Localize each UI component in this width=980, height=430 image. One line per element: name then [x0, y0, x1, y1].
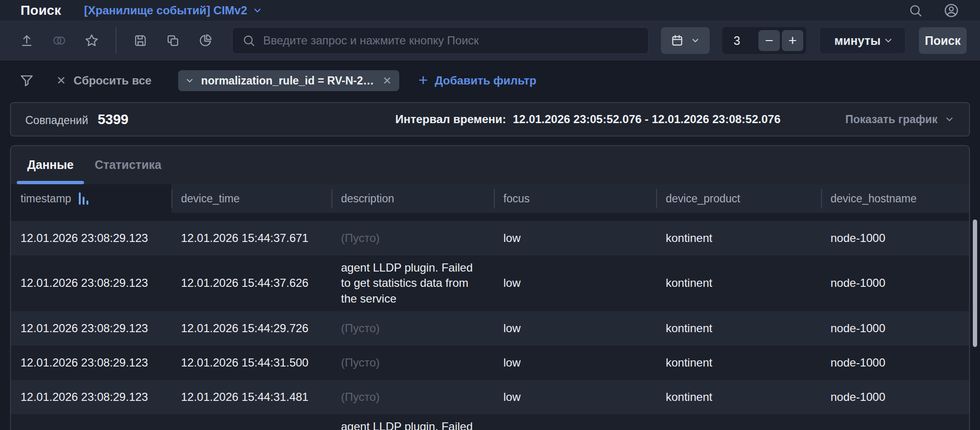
- cell-device-time: 12.01.2026 15:44:37.671: [171, 221, 331, 255]
- cell-timestamp: 12.01.2026 23:08:29.123: [11, 346, 171, 380]
- cell-device-hostname: node-1000: [821, 221, 969, 255]
- search-icon: [242, 34, 256, 47]
- column-label: device_product: [666, 192, 740, 205]
- cell-timestamp: 12.01.2026 23:08:29.123: [11, 221, 171, 255]
- chevron-down-icon: [185, 76, 194, 85]
- vertical-scrollbar-thumb[interactable]: [973, 220, 977, 347]
- cell-device-time: 12.01.2026 15:44:37.626: [171, 255, 331, 311]
- cell-device-hostname: node-1000: [821, 311, 969, 346]
- cell-device-hostname: node-1000: [821, 380, 969, 414]
- cell-device-product: kontinent: [656, 346, 821, 380]
- cell-device-product: kontinent: [656, 380, 821, 414]
- cell-timestamp: 12.01.2026 23:08:29.123: [11, 311, 171, 346]
- cell-description: (Пусто): [331, 346, 494, 380]
- chevron-down-icon: [691, 36, 700, 45]
- column-header-device-hostname[interactable]: device_hostname: [821, 184, 969, 213]
- column-header-focus[interactable]: focus: [494, 184, 656, 213]
- plus-icon: +: [418, 72, 428, 88]
- interval-amount-field[interactable]: 3 − +: [722, 27, 806, 54]
- chevron-down-icon: [883, 35, 894, 46]
- column-header-timestamp[interactable]: timestamp: [11, 184, 171, 213]
- table-row[interactable]: 12.01.2026 23:08:29.123 12.01.2026 15:44…: [11, 255, 969, 311]
- filter-funnel-icon[interactable]: [13, 73, 40, 89]
- show-chart-toggle[interactable]: Показать график: [845, 113, 955, 126]
- results-tabs: Данные Статистика: [11, 146, 969, 184]
- interval-unit-value: минуты: [834, 34, 881, 48]
- cell-focus: low: [494, 221, 656, 255]
- matches-count: 5399: [97, 112, 128, 127]
- query-input[interactable]: [263, 34, 639, 47]
- cell-description: (Пусто): [331, 221, 494, 255]
- cell-device-time: 12.01.2026 15:44:31.500: [171, 346, 331, 380]
- decrement-button[interactable]: −: [758, 30, 780, 51]
- chevron-down-icon: [944, 114, 955, 125]
- global-search-icon[interactable]: [908, 3, 923, 18]
- cell-device-time: 12.01.2026 15:44:31.481: [171, 380, 331, 414]
- cell-description: agent LLDP plugin. Failed to get statist…: [331, 255, 494, 311]
- time-interval-value: 12.01.2026 23:05:52.076 - 12.01.2026 23:…: [513, 113, 780, 126]
- table-header-spacer: [11, 213, 969, 221]
- show-chart-label: Показать график: [845, 113, 937, 126]
- topbar: Поиск [Хранилище событий] CIMv2: [0, 0, 980, 21]
- cell-description: (Пусто): [331, 380, 494, 414]
- column-header-device-time[interactable]: device_time: [171, 184, 331, 213]
- cell-device-hostname: node-1000: [821, 255, 969, 311]
- star-icon[interactable]: [78, 27, 105, 54]
- cell-focus: low: [494, 311, 656, 346]
- cell-device-product: kontinent: [656, 311, 821, 346]
- table-row[interactable]: 12.01.2026 23:08:29.123 12.01.2026 15:44…: [11, 346, 969, 380]
- filter-chip-label: normalization_rule_id = RV-N-2…: [201, 74, 374, 87]
- search-toolbar: 3 − + минуты Поиск: [0, 21, 980, 61]
- chevron-down-icon: [252, 5, 263, 16]
- venn-icon[interactable]: [46, 27, 73, 54]
- column-label: timestamp: [21, 192, 71, 205]
- cell-focus: low: [494, 346, 656, 380]
- filter-chip-normalization-rule[interactable]: normalization_rule_id = RV-N-2… ✕: [178, 70, 399, 91]
- cell-focus: low: [494, 255, 656, 311]
- column-label: device_time: [181, 192, 240, 205]
- search-button[interactable]: Поиск: [919, 27, 967, 54]
- table-body: 12.01.2026 23:08:29.123 12.01.2026 15:44…: [11, 221, 969, 430]
- cell-description: (Пусто): [331, 311, 494, 346]
- date-range-button[interactable]: [661, 27, 710, 54]
- matches-label: Совпадений: [25, 114, 88, 127]
- tab-statistics[interactable]: Статистика: [84, 158, 172, 184]
- table-row[interactable]: 12.01.2026 23:08:29.123 12.01.2026 15:44…: [11, 311, 969, 346]
- event-storage-selector[interactable]: [Хранилище событий] CIMv2: [84, 4, 262, 17]
- calendar-icon: [671, 34, 684, 47]
- cell-description: agent LLDP plugin. Failed to get statist…: [331, 414, 494, 430]
- matches-summary: Совпадений 5399: [25, 112, 331, 127]
- pie-chart-icon[interactable]: [192, 27, 219, 54]
- cell-timestamp: 12.01.2026 23:08:29.123: [11, 380, 171, 414]
- remove-filter-icon[interactable]: ✕: [381, 74, 392, 87]
- event-storage-selector-label: [Хранилище событий] CIMv2: [84, 4, 247, 17]
- table-row[interactable]: 12.01.2026 23:08:29.123 12.01.2026 15:44…: [11, 414, 969, 430]
- time-interval-label: Интервал времени:: [395, 113, 506, 126]
- clear-all-label: Сбросить все: [74, 74, 151, 87]
- clear-all-filters-button[interactable]: ✕ Сбросить все: [56, 74, 151, 87]
- column-label: focus: [503, 192, 530, 205]
- query-search-box: [232, 27, 649, 54]
- cell-device-hostname: node-1000: [821, 346, 969, 380]
- column-header-device-product[interactable]: device_product: [656, 184, 821, 213]
- save-icon[interactable]: [127, 27, 154, 54]
- cell-timestamp: 12.01.2026 23:08:29.123: [11, 414, 171, 430]
- export-icon[interactable]: [13, 27, 40, 54]
- cell-device-time: 12.01.2026 15:44:31.439: [171, 414, 331, 430]
- cell-device-product: kontinent: [656, 255, 821, 311]
- tab-data[interactable]: Данные: [17, 158, 84, 184]
- user-account-icon[interactable]: [944, 3, 959, 18]
- add-filter-label: Добавить фильтр: [435, 74, 536, 87]
- increment-button[interactable]: +: [782, 30, 803, 51]
- interval-unit-select[interactable]: минуты: [820, 27, 905, 54]
- results-panel: Данные Статистика timestamp device_time …: [10, 145, 970, 430]
- column-header-description[interactable]: description: [331, 184, 494, 213]
- table-row[interactable]: 12.01.2026 23:08:29.123 12.01.2026 15:44…: [11, 221, 969, 255]
- page-title: Поиск: [21, 3, 61, 18]
- filter-bar: ✕ Сбросить все normalization_rule_id = R…: [0, 61, 980, 100]
- cell-focus: low: [494, 380, 656, 414]
- add-filter-button[interactable]: + Добавить фильтр: [418, 73, 536, 88]
- table-row[interactable]: 12.01.2026 23:08:29.123 12.01.2026 15:44…: [11, 380, 969, 414]
- copy-icon[interactable]: [160, 27, 186, 54]
- table-header: timestamp device_time description focus …: [11, 184, 969, 213]
